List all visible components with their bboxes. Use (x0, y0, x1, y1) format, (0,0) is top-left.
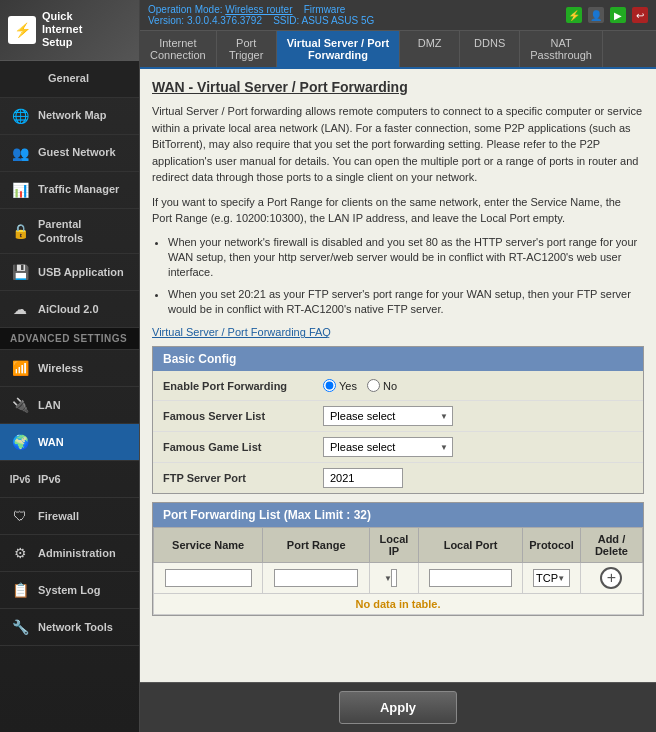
basic-config-header: Basic Config (153, 347, 643, 371)
td-service-name-input (154, 563, 263, 594)
network-tools-icon: 🔧 (10, 617, 30, 637)
bullet-item-2: When you set 20:21 as your FTP server's … (168, 287, 644, 318)
operation-mode-label: Operation Mode: (148, 4, 225, 15)
aicloud-icon: ☁ (10, 299, 30, 319)
sidebar-item-label: Wireless (38, 361, 83, 375)
tab-virtual-server[interactable]: Virtual Server / PortForwarding (277, 31, 401, 67)
sidebar-item-firewall[interactable]: 🛡 Firewall (0, 498, 139, 535)
tab-internet-connection[interactable]: InternetConnection (140, 31, 217, 67)
ssid-value: ASUS ASUS 5G (301, 15, 374, 26)
radio-yes[interactable] (323, 379, 336, 392)
sidebar-item-guest-network[interactable]: 👥 Guest Network (0, 135, 139, 172)
tab-nat-passthrough[interactable]: NATPassthrough (520, 31, 603, 67)
page-title: WAN - Virtual Server / Port Forwarding (152, 79, 644, 95)
sidebar-item-usb-application[interactable]: 💾 USB Application (0, 254, 139, 291)
sidebar-item-general[interactable]: General (0, 61, 139, 98)
faq-link[interactable]: Virtual Server / Port Forwarding FAQ (152, 326, 331, 338)
local-port-input[interactable] (429, 569, 511, 587)
sidebar-item-lan[interactable]: 🔌 LAN (0, 387, 139, 424)
famous-server-select[interactable]: Please select (323, 406, 453, 426)
no-data-cell: No data in table. (154, 594, 643, 615)
tab-port-trigger[interactable]: PortTrigger (217, 31, 277, 67)
famous-game-value: Please select (323, 437, 633, 457)
traffic-manager-icon: 📊 (10, 180, 30, 200)
th-local-port: Local Port (418, 528, 522, 563)
famous-game-select[interactable]: Please select (323, 437, 453, 457)
service-name-input[interactable] (165, 569, 252, 587)
sidebar-item-label: Network Tools (38, 620, 113, 634)
topbar: Operation Mode: Wireless router Firmware… (140, 0, 656, 31)
ssid-label: SSID: (273, 15, 301, 26)
local-ip-select[interactable] (391, 569, 397, 587)
topbar-info: Operation Mode: Wireless router Firmware… (148, 4, 374, 26)
version-label: Version: (148, 15, 187, 26)
th-protocol: Protocol (523, 528, 581, 563)
radio-yes-label[interactable]: Yes (323, 379, 357, 392)
sidebar-item-system-log[interactable]: 📋 System Log (0, 572, 139, 609)
famous-server-value: Please select (323, 406, 633, 426)
tab-dmz[interactable]: DMZ (400, 31, 460, 67)
parental-controls-icon: 🔒 (10, 221, 30, 241)
th-add-delete: Add / Delete (580, 528, 642, 563)
operation-mode-value: Wireless router (225, 4, 292, 15)
sidebar-item-network-tools[interactable]: 🔧 Network Tools (0, 609, 139, 646)
status-icon-3: ▶ (610, 7, 626, 23)
sidebar-item-administration[interactable]: ⚙ Administration (0, 535, 139, 572)
sidebar-item-label: Parental Controls (38, 217, 129, 246)
sidebar-item-label: Firewall (38, 509, 79, 523)
sidebar-item-parental-controls[interactable]: 🔒 Parental Controls (0, 209, 139, 255)
bullet-list: When your network's firewall is disabled… (152, 235, 644, 318)
famous-server-row: Famous Server List Please select (153, 401, 643, 432)
tab-ddns[interactable]: DDNS (460, 31, 520, 67)
logo-icon: ⚡ (8, 16, 36, 44)
apply-button[interactable]: Apply (339, 691, 457, 724)
sidebar-item-wireless[interactable]: 📶 Wireless (0, 350, 139, 387)
famous-game-label: Famous Game List (163, 441, 323, 453)
sidebar-item-ipv6[interactable]: IPv6 IPv6 (0, 461, 139, 498)
status-icon-4: ↩ (632, 7, 648, 23)
protocol-select[interactable]: TCP UDP BOTH (533, 569, 570, 587)
status-icon-2: 👤 (588, 7, 604, 23)
td-local-port-input (418, 563, 522, 594)
ftp-port-input[interactable] (323, 468, 403, 488)
td-add-button: + (580, 563, 642, 594)
sidebar-item-label: AiCloud 2.0 (38, 302, 99, 316)
main-panel: Operation Mode: Wireless router Firmware… (140, 0, 656, 732)
sidebar-item-label: Traffic Manager (38, 182, 119, 196)
radio-no-text: No (383, 380, 397, 392)
basic-config-section: Basic Config Enable Port Forwarding Yes … (152, 346, 644, 494)
famous-server-dropdown-wrapper: Please select (323, 406, 453, 426)
usb-icon: 💾 (10, 262, 30, 282)
th-service-name: Service Name (154, 528, 263, 563)
logo-text: QuickInternetSetup (42, 10, 82, 50)
firewall-icon: 🛡 (10, 506, 30, 526)
td-port-range-input (263, 563, 370, 594)
advanced-settings-header: Advanced Settings (0, 328, 139, 350)
radio-no[interactable] (367, 379, 380, 392)
sidebar-item-aicloud[interactable]: ☁ AiCloud 2.0 (0, 291, 139, 328)
sidebar-item-wan[interactable]: 🌍 WAN (0, 424, 139, 461)
sidebar-item-label: WAN (38, 435, 64, 449)
sidebar-item-label: Guest Network (38, 145, 116, 159)
sidebar-item-label: LAN (38, 398, 61, 412)
ftp-port-row: FTP Server Port (153, 463, 643, 493)
system-log-icon: 📋 (10, 580, 30, 600)
famous-game-row: Famous Game List Please select (153, 432, 643, 463)
port-forwarding-table-section: Port Forwarding List (Max Limit : 32) Se… (152, 502, 644, 616)
network-map-icon: 🌐 (10, 106, 30, 126)
add-row-button[interactable]: + (600, 567, 622, 589)
radio-no-label[interactable]: No (367, 379, 397, 392)
port-range-input[interactable] (274, 569, 358, 587)
sidebar-item-traffic-manager[interactable]: 📊 Traffic Manager (0, 172, 139, 209)
ipv6-icon: IPv6 (10, 469, 30, 489)
sidebar-logo[interactable]: ⚡ QuickInternetSetup (0, 0, 139, 61)
port-forwarding-table: Service Name Port Range Local IP Local P… (153, 527, 643, 615)
protocol-dropdown-wrapper: TCP UDP BOTH (533, 569, 570, 587)
td-local-ip-input (370, 563, 419, 594)
table-header-row: Service Name Port Range Local IP Local P… (154, 528, 643, 563)
radio-yes-text: Yes (339, 380, 357, 392)
sidebar-item-network-map[interactable]: 🌐 Network Map (0, 98, 139, 135)
firmware-label: Firmware (304, 4, 346, 15)
content-area: WAN - Virtual Server / Port Forwarding V… (140, 69, 656, 682)
status-icon-1: ⚡ (566, 7, 582, 23)
